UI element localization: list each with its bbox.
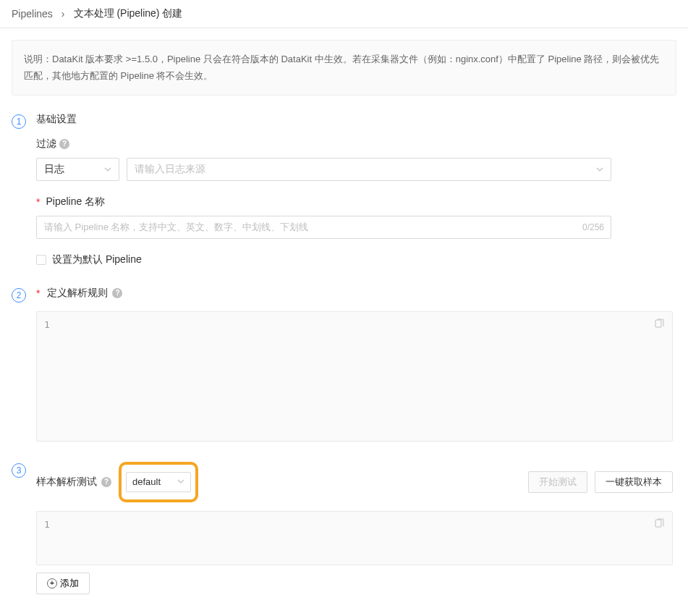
default-pipeline-checkbox-row: 设置为默认 Pipeline: [36, 253, 676, 266]
step-basic-settings: 1 基础设置 过滤 ? 日志 请输入日志来源 * Pip: [0, 107, 688, 272]
fetch-sample-button[interactable]: 一键获取样本: [595, 471, 673, 493]
type-select[interactable]: 日志: [36, 158, 119, 181]
step-number-2: 2: [12, 288, 26, 303]
step-number-3: 3: [12, 463, 26, 478]
step-title-3: 样本解析测试 ?: [36, 476, 111, 489]
chevron-down-icon: [104, 164, 111, 175]
copy-icon[interactable]: [653, 518, 665, 529]
breadcrumb-current: 文本处理 (Pipeline) 创建: [74, 7, 183, 20]
copy-icon[interactable]: [653, 318, 665, 329]
step-title-1: 基础设置: [36, 113, 676, 126]
step-title-2: * 定义解析规则 ?: [36, 287, 676, 300]
add-sample-button[interactable]: + 添加: [36, 573, 90, 594]
chevron-down-icon: [596, 164, 603, 175]
help-icon[interactable]: ?: [101, 477, 111, 487]
info-text: 说明：DataKit 版本要求 >=1.5.0，Pipeline 只会在符合版本…: [24, 54, 659, 81]
default-checkbox-label: 设置为默认 Pipeline: [52, 253, 142, 266]
svg-rect-0: [655, 320, 661, 327]
svg-rect-1: [655, 520, 661, 527]
sample-key-select[interactable]: default: [126, 472, 191, 492]
char-counter: 0/256: [582, 222, 604, 232]
breadcrumb-root[interactable]: Pipelines: [12, 8, 53, 20]
start-test-button[interactable]: 开始测试: [528, 471, 587, 493]
help-icon[interactable]: ?: [112, 288, 122, 298]
step-number-1: 1: [12, 114, 26, 129]
chevron-right-icon: ›: [61, 8, 65, 20]
filter-label: 过滤 ?: [36, 138, 676, 151]
plus-circle-icon: +: [47, 578, 57, 588]
name-label: * Pipeline 名称: [36, 195, 676, 208]
sample-code-editor[interactable]: 1: [36, 511, 673, 565]
pipeline-name-input[interactable]: [36, 216, 611, 239]
required-marker: *: [36, 287, 40, 299]
chevron-down-icon: [177, 476, 184, 487]
default-pipeline-checkbox[interactable]: [36, 255, 46, 265]
info-banner: 说明：DataKit 版本要求 >=1.5.0，Pipeline 只会在符合版本…: [12, 40, 676, 96]
line-number: 1: [44, 319, 50, 330]
default-select-highlight: default: [119, 462, 198, 502]
required-marker: *: [36, 196, 40, 208]
rules-code-editor[interactable]: 1: [36, 311, 673, 442]
source-select[interactable]: 请输入日志来源: [127, 158, 611, 181]
line-number: 1: [44, 519, 50, 530]
breadcrumb: Pipelines › 文本处理 (Pipeline) 创建: [0, 0, 688, 28]
help-icon[interactable]: ?: [59, 139, 69, 149]
step-parse-rules: 2 * 定义解析规则 ? 1: [0, 281, 688, 447]
step-sample-test: 3 样本解析测试 ? default 开始测试 一键获取样本 1: [0, 456, 688, 600]
